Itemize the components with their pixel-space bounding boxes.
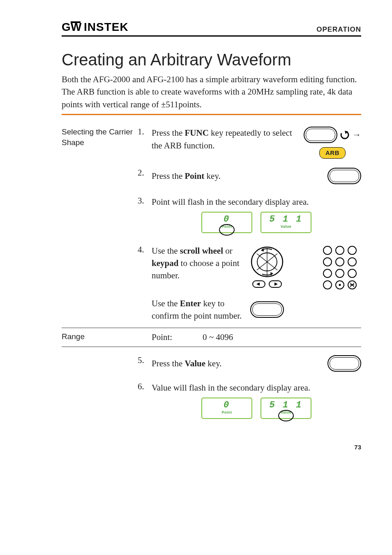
svg-point-23 xyxy=(336,269,344,278)
step-2-text: Press the Point key. xyxy=(152,170,327,182)
display-value-label: Value xyxy=(281,224,291,229)
section-rule xyxy=(62,114,361,115)
step-number: 5. xyxy=(138,355,152,365)
text-bold: Point xyxy=(185,171,205,181)
svg-rect-2 xyxy=(71,21,81,23)
display-value-box: 5 1 1 Value xyxy=(261,398,311,419)
text-fragment: Use the xyxy=(152,298,180,308)
display-value-value: 5 1 1 xyxy=(269,215,302,224)
svg-point-21 xyxy=(348,258,356,266)
text-fragment: key. xyxy=(205,358,221,368)
svg-marker-13 xyxy=(256,282,260,286)
svg-point-16 xyxy=(323,246,332,254)
svg-point-28 xyxy=(339,284,341,286)
step-number: 6. xyxy=(138,382,152,392)
svg-point-24 xyxy=(348,269,356,278)
text-fragment: Press the xyxy=(152,358,185,368)
svg-text:INSTEK: INSTEK xyxy=(84,21,129,33)
display-point-value: 0 xyxy=(224,401,230,410)
svg-point-20 xyxy=(336,258,344,266)
text-bold: Enter xyxy=(180,298,201,308)
step-6-text: Value will flash in the secondary displa… xyxy=(152,382,361,394)
display-point-box: 0 Point xyxy=(201,212,252,233)
arrow-right-icon: → xyxy=(352,128,361,141)
step-number: 4. xyxy=(138,245,152,255)
display-point-label: Point xyxy=(222,410,232,415)
text-fragment: Press the xyxy=(152,128,185,138)
intro-paragraph: Both the AFG-2000 and AFG-2100 has a sim… xyxy=(62,73,361,111)
highlight-circle-icon xyxy=(278,410,294,421)
svg-point-22 xyxy=(323,269,332,278)
display-value-value: 5 1 1 xyxy=(269,401,302,410)
keypad-icon xyxy=(320,245,361,290)
svg-marker-11 xyxy=(270,272,273,275)
svg-text:G: G xyxy=(62,21,71,33)
range-label: Range xyxy=(62,332,138,342)
display-point-value: 0 xyxy=(224,215,230,224)
step-number: 2. xyxy=(138,168,152,178)
step-number: 1. xyxy=(138,127,152,137)
text-bold: scroll wheel xyxy=(180,246,223,256)
arb-badge: ARB xyxy=(319,147,346,159)
cycle-arrow-icon xyxy=(339,129,350,141)
brand-logo-svg: G W INSTEK xyxy=(62,21,140,34)
step-1-text: Press the FUNC key repeatedly to select … xyxy=(152,127,304,152)
range-value: 0 ~ 4096 xyxy=(203,332,233,342)
value-key-icon xyxy=(327,355,361,372)
svg-point-25 xyxy=(323,281,332,289)
svg-marker-15 xyxy=(274,282,278,286)
text-fragment: or xyxy=(223,246,233,256)
page-title: Creating an Arbitrary Waveform xyxy=(62,51,361,69)
step-number: 3. xyxy=(138,196,152,206)
step-4b-text: Use the Enter key to confirm the point n… xyxy=(152,297,242,322)
text-fragment: Use the xyxy=(152,246,180,256)
highlight-circle-icon xyxy=(219,224,235,236)
range-key: Point: xyxy=(152,332,201,342)
svg-point-19 xyxy=(323,258,332,266)
svg-point-17 xyxy=(336,246,344,254)
brand-logo: G W INSTEK xyxy=(62,21,140,34)
range-row: Range Point: 0 ~ 4096 xyxy=(62,328,361,347)
text-fragment: Press the xyxy=(152,171,185,181)
section-label: OPERATION xyxy=(316,25,361,34)
text-bold: keypad xyxy=(152,258,178,268)
step-3-text: Point will flash in the secondary displa… xyxy=(152,196,361,208)
scroll-wheel-icon xyxy=(244,245,290,290)
page-header: G W INSTEK OPERATION xyxy=(62,21,361,37)
text-bold: FUNC xyxy=(185,128,209,138)
side-heading: Selecting the Carrier Shape xyxy=(62,127,138,148)
display-value-box: 5 1 1 Value xyxy=(261,212,311,233)
func-key-icon xyxy=(304,127,337,143)
page-number: 73 xyxy=(62,444,361,451)
enter-key-icon xyxy=(250,301,284,318)
step-5-text: Press the Value key. xyxy=(152,357,327,370)
step-4-text: Use the scroll wheel or keypad to choose… xyxy=(152,245,242,282)
svg-marker-10 xyxy=(261,248,264,252)
point-key-icon xyxy=(327,168,361,184)
display-point-box: 0 Point xyxy=(201,398,252,419)
text-fragment: key. xyxy=(204,171,220,181)
svg-point-18 xyxy=(348,246,356,254)
text-bold: Value xyxy=(185,358,206,368)
